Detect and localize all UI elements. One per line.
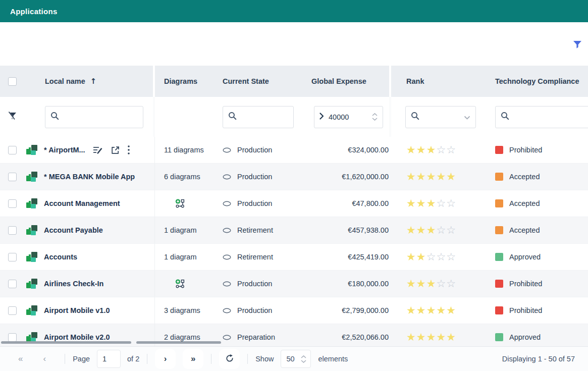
diagram-icon[interactable] [175, 199, 185, 208]
column-header-local-name[interactable]: Local name ↑ [24, 66, 155, 97]
diagrams-count[interactable]: 11 diagrams [164, 146, 204, 154]
application-icon [26, 252, 37, 262]
rank-stars: ★★★☆☆ [391, 190, 487, 217]
diagrams-count[interactable]: 3 diagrams [164, 306, 200, 314]
global-expense-cell: €180,000.00 [300, 271, 391, 297]
row-checkbox[interactable] [8, 306, 17, 315]
state-label: Production [237, 199, 272, 207]
row-checkbox-cell [0, 164, 24, 190]
technology-compliance-filter-input[interactable] [514, 113, 588, 121]
table-row[interactable]: * MEGA BANK Mobile App [0, 164, 588, 190]
sort-ascending-icon[interactable]: ↑ [90, 77, 97, 86]
chevron-down-icon[interactable] [464, 113, 470, 122]
diagrams-cell: 3 diagrams [155, 297, 219, 324]
search-icon [50, 112, 59, 122]
diagram-icon[interactable] [175, 279, 185, 289]
application-name[interactable]: Account Management [44, 199, 120, 207]
column-header-global-expense[interactable]: Global Expense [300, 66, 391, 97]
table-row[interactable]: Accounts [0, 244, 588, 271]
table-row[interactable]: Account Payable [0, 217, 588, 244]
compliance-color-square [495, 253, 503, 261]
state-label: Production [237, 146, 272, 154]
diagrams-count[interactable]: 2 diagrams [164, 333, 200, 341]
refresh-button[interactable] [219, 349, 240, 369]
compliance-color-square [495, 226, 503, 234]
compliance-cell: Accepted [487, 190, 588, 217]
table-filter-row [0, 97, 588, 137]
compliance-label: Accepted [509, 173, 540, 181]
filter-funnel-icon[interactable] [573, 41, 581, 50]
application-name[interactable]: Airport Mobile v1.0 [44, 306, 110, 314]
local-name-filter-input[interactable] [64, 113, 138, 121]
compliance-cell: Accepted [487, 217, 588, 243]
application-name[interactable]: Accounts [44, 253, 77, 261]
compliance-color-square [495, 306, 503, 314]
application-name[interactable]: * AirportM... [44, 146, 85, 154]
table-row[interactable]: Airport Mobile v1.0 [0, 297, 588, 324]
row-checkbox[interactable] [8, 226, 17, 235]
divider [211, 354, 211, 364]
current-state-cell: Production [219, 190, 300, 217]
row-checkbox[interactable] [8, 173, 17, 181]
rank-stars: ★★★★★ [391, 297, 487, 324]
row-checkbox[interactable] [8, 333, 17, 342]
state-ellipse-icon [223, 308, 231, 313]
edit-icon[interactable] [93, 146, 103, 154]
header-checkbox-cell [0, 66, 24, 97]
local-name-cell: Accounts [24, 244, 155, 270]
state-ellipse-icon [223, 201, 231, 206]
state-ellipse-icon [223, 335, 231, 340]
divider [147, 354, 147, 364]
page-size-input[interactable]: 50 [281, 350, 311, 368]
table-row[interactable]: Account Management [0, 190, 588, 217]
application-name[interactable]: Airport Mobile v2.0 [44, 333, 110, 341]
state-ellipse-icon [223, 147, 231, 153]
column-header-technology-compliance[interactable]: Technology Compliance [487, 66, 588, 97]
table-row[interactable]: Airlines Check-In [0, 271, 588, 297]
number-stepper[interactable] [372, 113, 378, 121]
page-size-stepper[interactable] [301, 355, 306, 363]
row-checkbox[interactable] [8, 199, 17, 208]
row-checkbox[interactable] [8, 146, 17, 154]
application-name[interactable]: Airlines Check-In [44, 280, 103, 288]
application-icon [26, 145, 37, 155]
diagrams-cell [155, 271, 219, 297]
open-in-new-icon[interactable] [111, 146, 120, 154]
current-state-filter-input[interactable] [241, 113, 288, 121]
page-number-input[interactable] [97, 350, 121, 368]
scrollbar-thumb[interactable] [1, 341, 131, 344]
app-header-bar: Applications [0, 0, 588, 22]
scrollbar-thumb[interactable] [136, 341, 221, 344]
application-name[interactable]: * MEGA BANK Mobile App [44, 173, 135, 181]
diagrams-cell: 1 diagram [155, 217, 219, 243]
compliance-cell: Prohibited [487, 137, 588, 163]
compliance-color-square [495, 199, 503, 207]
diagrams-count[interactable]: 1 diagram [164, 253, 196, 261]
search-icon [228, 112, 237, 122]
rank-filter-input[interactable] [424, 113, 459, 121]
clear-filters-button[interactable] [0, 97, 24, 137]
pagination-bar: « ‹ Page of 2 › » Show 50 elements Displ… [0, 346, 588, 371]
column-header-diagrams[interactable]: Diagrams [155, 66, 219, 97]
application-name[interactable]: Account Payable [44, 226, 103, 234]
column-header-current-state[interactable]: Current State [219, 66, 300, 97]
row-checkbox[interactable] [8, 280, 17, 288]
diagrams-count[interactable]: 1 diagram [164, 226, 196, 234]
state-ellipse-icon [223, 228, 231, 233]
greater-than-icon[interactable] [319, 113, 324, 122]
application-icon [26, 279, 37, 289]
column-header-rank[interactable]: Rank [391, 66, 487, 97]
kebab-menu-icon[interactable] [128, 145, 130, 154]
table-row[interactable]: * AirportM... [0, 137, 588, 164]
next-page-button[interactable]: › [155, 349, 176, 369]
last-page-button[interactable]: » [183, 349, 203, 369]
first-page-button[interactable]: « [18, 354, 23, 364]
diagrams-count[interactable]: 6 diagrams [164, 173, 200, 181]
previous-page-button[interactable]: ‹ [43, 354, 46, 364]
global-expense-filter-input[interactable] [329, 113, 367, 121]
select-all-checkbox[interactable] [8, 77, 17, 86]
local-name-cell: * MEGA BANK Mobile App [24, 164, 155, 190]
row-checkbox[interactable] [8, 253, 17, 261]
rank-stars: ★★☆☆☆ [391, 244, 487, 270]
compliance-label: Accepted [509, 226, 540, 234]
